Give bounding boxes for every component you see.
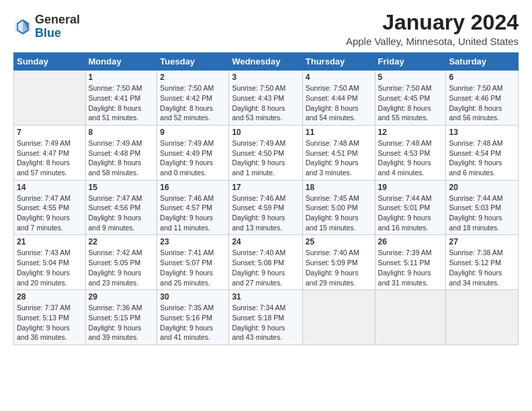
calendar-cell: 12Sunrise: 7:48 AMSunset: 4:53 PMDayligh… (375, 125, 446, 180)
calendar-cell: 13Sunrise: 7:48 AMSunset: 4:54 PMDayligh… (446, 125, 519, 180)
day-number: 26 (378, 237, 443, 246)
day-number: 31 (232, 292, 299, 302)
col-header-tuesday: Tuesday (157, 53, 229, 71)
calendar-cell: 30Sunrise: 7:35 AMSunset: 5:16 PMDayligh… (157, 290, 229, 345)
day-number: 22 (89, 237, 154, 246)
day-number: 11 (306, 128, 372, 137)
day-info: Sunrise: 7:50 AMSunset: 4:46 PMDaylight:… (449, 83, 515, 123)
calendar-cell: 20Sunrise: 7:44 AMSunset: 5:03 PMDayligh… (446, 180, 519, 235)
calendar-cell: 11Sunrise: 7:48 AMSunset: 4:51 PMDayligh… (302, 125, 375, 180)
day-info: Sunrise: 7:49 AMSunset: 4:49 PMDaylight:… (160, 138, 226, 178)
day-info: Sunrise: 7:37 AMSunset: 5:13 PMDaylight:… (17, 303, 83, 342)
day-info: Sunrise: 7:49 AMSunset: 4:48 PMDaylight:… (89, 138, 154, 178)
calendar-cell: 26Sunrise: 7:39 AMSunset: 5:11 PMDayligh… (375, 235, 446, 290)
day-info: Sunrise: 7:47 AMSunset: 4:55 PMDaylight:… (17, 193, 83, 233)
week-row-2: 7Sunrise: 7:49 AMSunset: 4:47 PMDaylight… (14, 125, 519, 180)
day-number: 14 (17, 183, 83, 192)
calendar-cell (302, 290, 375, 345)
calendar-cell: 8Sunrise: 7:49 AMSunset: 4:48 PMDaylight… (85, 125, 157, 180)
day-number: 29 (89, 292, 154, 302)
day-info: Sunrise: 7:34 AMSunset: 5:18 PMDaylight:… (232, 303, 299, 342)
calendar-cell: 25Sunrise: 7:40 AMSunset: 5:09 PMDayligh… (302, 235, 375, 290)
calendar-cell: 15Sunrise: 7:47 AMSunset: 4:56 PMDayligh… (85, 180, 157, 235)
col-header-wednesday: Wednesday (229, 53, 302, 71)
day-number: 15 (89, 183, 154, 192)
day-number: 16 (160, 183, 226, 192)
day-info: Sunrise: 7:40 AMSunset: 5:08 PMDaylight:… (232, 248, 299, 287)
week-row-4: 21Sunrise: 7:43 AMSunset: 5:04 PMDayligh… (14, 235, 519, 290)
day-number: 17 (232, 183, 299, 192)
day-info: Sunrise: 7:44 AMSunset: 5:03 PMDaylight:… (449, 193, 515, 233)
day-info: Sunrise: 7:44 AMSunset: 5:01 PMDaylight:… (378, 193, 443, 233)
day-info: Sunrise: 7:49 AMSunset: 4:50 PMDaylight:… (232, 138, 299, 178)
day-info: Sunrise: 7:41 AMSunset: 5:07 PMDaylight:… (160, 248, 226, 287)
logo-icon (13, 17, 32, 36)
logo-blue-text: Blue (35, 27, 80, 40)
calendar-cell: 28Sunrise: 7:37 AMSunset: 5:13 PMDayligh… (14, 290, 86, 345)
day-number: 10 (232, 128, 299, 137)
day-info: Sunrise: 7:43 AMSunset: 5:04 PMDaylight:… (17, 248, 83, 287)
day-info: Sunrise: 7:50 AMSunset: 4:42 PMDaylight:… (160, 83, 226, 123)
day-number: 1 (89, 73, 154, 82)
day-info: Sunrise: 7:46 AMSunset: 4:57 PMDaylight:… (160, 193, 226, 233)
day-info: Sunrise: 7:46 AMSunset: 4:59 PMDaylight:… (232, 193, 299, 233)
header-row: SundayMondayTuesdayWednesdayThursdayFrid… (14, 53, 519, 71)
day-number: 18 (306, 183, 372, 192)
day-info: Sunrise: 7:39 AMSunset: 5:11 PMDaylight:… (378, 248, 443, 287)
calendar-cell: 31Sunrise: 7:34 AMSunset: 5:18 PMDayligh… (229, 290, 302, 345)
day-number: 25 (306, 237, 372, 246)
day-number: 13 (449, 128, 515, 137)
col-header-friday: Friday (375, 53, 446, 71)
col-header-saturday: Saturday (446, 53, 519, 71)
calendar-cell: 19Sunrise: 7:44 AMSunset: 5:01 PMDayligh… (375, 180, 446, 235)
col-header-monday: Monday (85, 53, 157, 71)
day-number: 7 (17, 128, 83, 137)
calendar-cell: 23Sunrise: 7:41 AMSunset: 5:07 PMDayligh… (157, 235, 229, 290)
col-header-thursday: Thursday (302, 53, 375, 71)
calendar-cell (375, 290, 446, 345)
week-row-3: 14Sunrise: 7:47 AMSunset: 4:55 PMDayligh… (14, 180, 519, 235)
day-number: 27 (449, 237, 515, 246)
calendar-cell: 29Sunrise: 7:36 AMSunset: 5:15 PMDayligh… (85, 290, 157, 345)
calendar-cell (14, 71, 86, 126)
day-info: Sunrise: 7:50 AMSunset: 4:45 PMDaylight:… (378, 83, 443, 123)
day-info: Sunrise: 7:38 AMSunset: 5:12 PMDaylight:… (449, 248, 515, 287)
col-header-sunday: Sunday (14, 53, 86, 71)
calendar-cell: 7Sunrise: 7:49 AMSunset: 4:47 PMDaylight… (14, 125, 86, 180)
day-number: 30 (160, 292, 226, 302)
day-number: 2 (160, 73, 226, 82)
week-row-1: 1Sunrise: 7:50 AMSunset: 4:41 PMDaylight… (14, 71, 519, 126)
location: Apple Valley, Minnesota, United States (346, 36, 519, 47)
day-number: 6 (449, 73, 515, 82)
calendar-cell: 6Sunrise: 7:50 AMSunset: 4:46 PMDaylight… (446, 71, 519, 126)
calendar-cell: 16Sunrise: 7:46 AMSunset: 4:57 PMDayligh… (157, 180, 229, 235)
day-info: Sunrise: 7:48 AMSunset: 4:51 PMDaylight:… (306, 138, 372, 178)
day-number: 4 (306, 73, 372, 82)
day-info: Sunrise: 7:49 AMSunset: 4:47 PMDaylight:… (17, 138, 83, 178)
day-info: Sunrise: 7:42 AMSunset: 5:05 PMDaylight:… (89, 248, 154, 287)
calendar-cell: 5Sunrise: 7:50 AMSunset: 4:45 PMDaylight… (375, 71, 446, 126)
day-number: 21 (17, 237, 83, 246)
calendar-cell: 2Sunrise: 7:50 AMSunset: 4:42 PMDaylight… (157, 71, 229, 126)
calendar-cell: 21Sunrise: 7:43 AMSunset: 5:04 PMDayligh… (14, 235, 86, 290)
day-info: Sunrise: 7:50 AMSunset: 4:41 PMDaylight:… (89, 83, 154, 123)
day-number: 20 (449, 183, 515, 192)
day-number: 5 (378, 73, 443, 82)
calendar-cell: 3Sunrise: 7:50 AMSunset: 4:43 PMDaylight… (229, 71, 302, 126)
day-number: 12 (378, 128, 443, 137)
logo-text: General Blue (35, 13, 80, 40)
day-number: 28 (17, 292, 83, 302)
calendar-cell: 24Sunrise: 7:40 AMSunset: 5:08 PMDayligh… (229, 235, 302, 290)
day-number: 19 (378, 183, 443, 192)
day-info: Sunrise: 7:50 AMSunset: 4:43 PMDaylight:… (232, 83, 299, 123)
calendar-cell: 4Sunrise: 7:50 AMSunset: 4:44 PMDaylight… (302, 71, 375, 126)
page-container: General Blue January 2024 Apple Valley, … (0, 0, 532, 352)
day-info: Sunrise: 7:50 AMSunset: 4:44 PMDaylight:… (306, 83, 372, 123)
calendar-cell: 17Sunrise: 7:46 AMSunset: 4:59 PMDayligh… (229, 180, 302, 235)
day-info: Sunrise: 7:36 AMSunset: 5:15 PMDaylight:… (89, 303, 154, 342)
logo: General Blue (13, 13, 80, 40)
calendar-cell: 27Sunrise: 7:38 AMSunset: 5:12 PMDayligh… (446, 235, 519, 290)
calendar-cell: 14Sunrise: 7:47 AMSunset: 4:55 PMDayligh… (14, 180, 86, 235)
day-info: Sunrise: 7:35 AMSunset: 5:16 PMDaylight:… (160, 303, 226, 342)
title-section: January 2024 Apple Valley, Minnesota, Un… (346, 11, 519, 47)
